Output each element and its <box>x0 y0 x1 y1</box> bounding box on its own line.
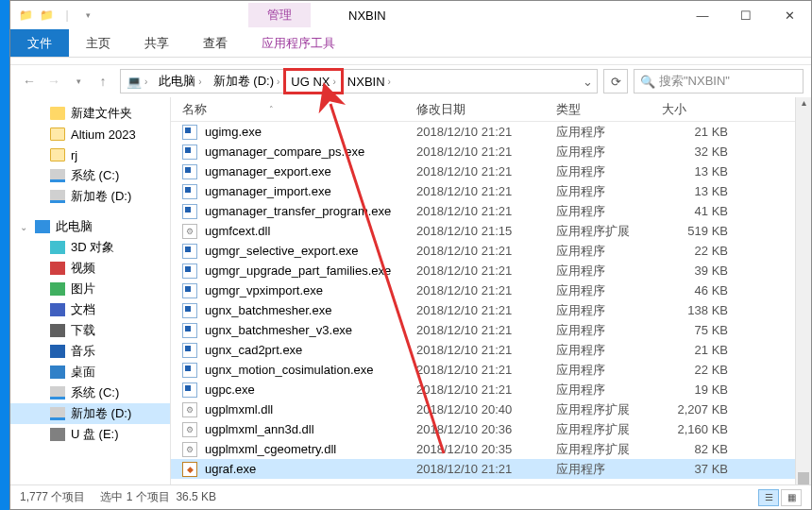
chevron-right-icon[interactable]: › <box>198 76 201 87</box>
drive-icon <box>50 324 65 337</box>
nav-item[interactable]: 桌面 <box>10 362 170 382</box>
qat-divider: | <box>58 6 76 25</box>
chevron-right-icon[interactable]: › <box>388 76 391 87</box>
file-row[interactable]: ugraf.exe2018/12/10 21:21应用程序37 KB <box>171 459 795 479</box>
file-size: 22 KB <box>662 244 747 258</box>
nav-thispc[interactable]: ⌄此电脑 <box>10 216 170 237</box>
file-row[interactable]: ugplmxml.dll2018/12/10 20:40应用程序扩展2,207 … <box>171 400 795 419</box>
file-size: 82 KB <box>662 442 747 456</box>
file-row[interactable]: ugmgr_upgrade_part_families.exe2018/12/1… <box>171 261 795 280</box>
minimize-button[interactable]: — <box>681 1 724 29</box>
file-type: 应用程序扩展 <box>556 223 662 240</box>
file-row[interactable]: ugmanager_compare_ps.exe2018/12/10 21:21… <box>171 142 795 162</box>
file-icon <box>182 303 197 318</box>
scroll-up-icon[interactable]: ▴ <box>796 97 811 113</box>
col-type[interactable]: 类型 <box>556 101 662 118</box>
file-name: ugplmxml.dll <box>205 402 273 416</box>
contextual-tab-label: 管理 <box>248 3 311 27</box>
file-size: 46 KB <box>662 283 747 298</box>
forward-button[interactable]: → <box>42 70 65 93</box>
chevron-right-icon[interactable]: › <box>277 76 279 87</box>
file-type: 应用程序 <box>556 282 662 299</box>
nav-item[interactable]: 下载 <box>10 320 170 341</box>
qat-dropdown-icon[interactable]: ▾ <box>78 6 97 25</box>
back-button[interactable]: ← <box>18 70 41 93</box>
window-title: NXBIN <box>348 8 386 23</box>
scroll-thumb[interactable] <box>798 472 809 484</box>
nav-item[interactable]: Altium 2023 <box>10 124 170 144</box>
file-icon <box>182 204 197 219</box>
file-row[interactable]: ugnx_batchmesher.exe2018/12/10 21:21应用程序… <box>171 300 795 320</box>
nav-item[interactable]: U 盘 (E:) <box>10 424 170 445</box>
file-date: 2018/12/10 21:15 <box>416 224 556 238</box>
close-button[interactable]: ✕ <box>768 1 811 29</box>
file-row[interactable]: ugnx_cad2prt.exe2018/12/10 21:21应用程序21 K… <box>171 340 795 360</box>
search-input[interactable]: 🔍 搜索"NXBIN" <box>634 69 804 94</box>
breadcrumb-seg[interactable]: 此电脑› <box>153 70 207 93</box>
nav-item[interactable]: 音乐 <box>10 341 170 362</box>
nav-pane: 新建文件夹Altium 2023rj系统 (C:)新加卷 (D:)⌄此电脑3D … <box>10 97 171 484</box>
file-icon <box>182 382 197 398</box>
file-row[interactable]: ugpc.exe2018/12/10 21:21应用程序19 KB <box>171 380 795 400</box>
file-type: 应用程序 <box>556 302 662 319</box>
file-row[interactable]: ugplmxml_cgeometry.dll2018/12/10 20:35应用… <box>171 439 795 459</box>
file-row[interactable]: ugmgr_selective_export.exe2018/12/10 21:… <box>171 241 795 261</box>
file-row[interactable]: ugmanager_import.exe2018/12/10 21:21应用程序… <box>171 181 795 201</box>
chevron-right-icon[interactable]: › <box>332 76 335 87</box>
file-icon <box>182 264 197 279</box>
file-row[interactable]: ugnx_batchmesher_v3.exe2018/12/10 21:21应… <box>171 320 795 340</box>
file-type: 应用程序 <box>556 144 662 161</box>
file-row[interactable]: ugplmxml_ann3d.dll2018/12/10 20:36应用程序扩展… <box>171 419 795 439</box>
file-row[interactable]: ugmanager_transfer_program.exe2018/12/10… <box>171 201 795 221</box>
drive-icon <box>50 366 65 379</box>
nav-item[interactable]: rj <box>10 144 170 165</box>
address-dropdown-icon[interactable]: ⌄ <box>578 75 597 89</box>
nav-item[interactable]: 系统 (C:) <box>10 165 170 186</box>
up-button[interactable]: ↑ <box>92 70 114 93</box>
app-icon: 📁 <box>16 6 35 25</box>
chevron-right-icon[interactable]: › <box>144 76 147 87</box>
tab-home[interactable]: 主页 <box>69 29 127 57</box>
scrollbar[interactable]: ▴ ▾ <box>795 97 811 484</box>
recent-dropdown-icon[interactable]: ▾ <box>67 70 90 93</box>
file-date: 2018/12/10 21:21 <box>416 462 556 476</box>
qat-item[interactable]: 📁 <box>37 6 56 25</box>
nav-item[interactable]: 新加卷 (D:) <box>10 403 170 424</box>
nav-item[interactable]: 新加卷 (D:) <box>10 186 170 207</box>
tab-file[interactable]: 文件 <box>10 29 69 57</box>
column-headers: 名称˄ 修改日期 类型 大小 <box>171 97 795 122</box>
col-size[interactable]: 大小 <box>662 101 747 118</box>
file-row[interactable]: ugmanager_export.exe2018/12/10 21:21应用程序… <box>171 162 795 181</box>
maximize-button[interactable]: ☐ <box>724 1 768 29</box>
address-bar[interactable]: 💻› 此电脑›新加卷 (D:)›UG NX›NXBIN›⌄ <box>120 69 598 94</box>
tab-view[interactable]: 查看 <box>186 29 245 57</box>
tab-app-tools[interactable]: 应用程序工具 <box>245 29 352 57</box>
breadcrumb-seg[interactable]: 新加卷 (D:)› <box>208 70 286 93</box>
file-row[interactable]: ugmfcext.dll2018/12/10 21:15应用程序扩展519 KB <box>171 221 795 241</box>
file-row[interactable]: ugnx_motion_cosimulation.exe2018/12/10 2… <box>171 360 795 380</box>
tab-share[interactable]: 共享 <box>127 29 186 57</box>
file-type: 应用程序 <box>556 124 662 141</box>
refresh-button[interactable]: ⟳ <box>603 69 628 94</box>
expand-icon[interactable]: ⌄ <box>20 222 27 232</box>
file-icon <box>182 462 197 477</box>
file-icon <box>182 125 197 140</box>
view-details-button[interactable]: ☰ <box>758 489 779 506</box>
nav-item[interactable]: 3D 对象 <box>10 237 170 258</box>
view-icons-button[interactable]: ▦ <box>781 489 802 506</box>
folder-icon <box>50 169 65 182</box>
file-name: ugmgr_upgrade_part_families.exe <box>205 264 391 278</box>
file-icon <box>182 283 197 298</box>
nav-item[interactable]: 图片 <box>10 279 170 299</box>
col-date[interactable]: 修改日期 <box>416 101 556 118</box>
breadcrumb-seg[interactable]: NXBIN› <box>342 70 397 93</box>
nav-item[interactable]: 文档 <box>10 299 170 320</box>
file-row[interactable]: ugimg.exe2018/12/10 21:21应用程序21 KB <box>171 122 795 142</box>
col-name[interactable]: 名称˄ <box>182 101 416 118</box>
file-row[interactable]: ugmgr_vpximport.exe2018/12/10 21:21应用程序4… <box>171 280 795 300</box>
nav-item[interactable]: 新建文件夹 <box>10 103 170 124</box>
breadcrumb-seg[interactable]: UG NX› <box>285 70 342 93</box>
nav-item[interactable]: 视频 <box>10 258 170 279</box>
nav-item[interactable]: 系统 (C:) <box>10 382 170 403</box>
drive-icon <box>50 303 65 316</box>
